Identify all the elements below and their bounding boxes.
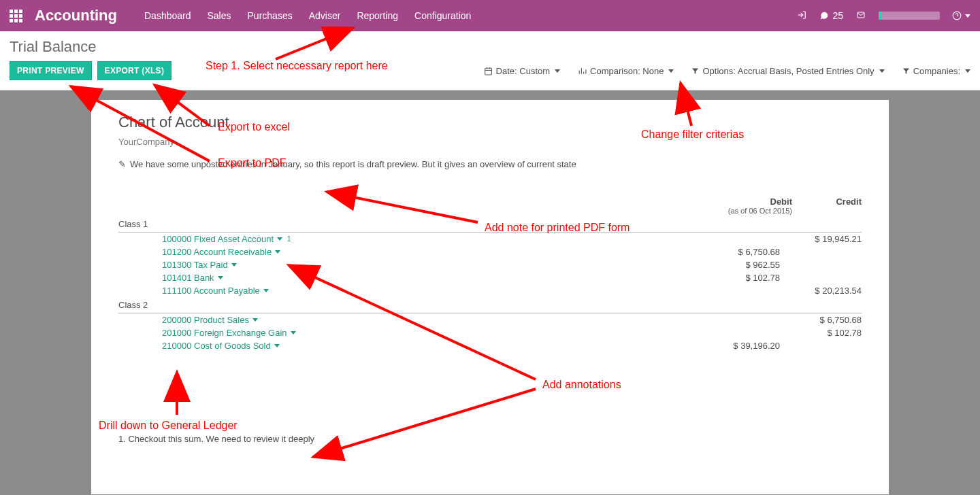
nav-sales[interactable]: Sales	[208, 10, 231, 21]
account-link[interactable]: 111100 Account Payable	[162, 286, 269, 296]
debit-value	[671, 286, 780, 296]
report-paper: Chart of Account YourCompany ✎ We have s…	[91, 100, 889, 494]
credit-value: $ 20,213.54	[780, 286, 862, 296]
debit-value	[671, 234, 780, 244]
messages-button[interactable]: 25	[819, 10, 843, 21]
svg-marker-13	[903, 68, 909, 73]
account-row: 101401 Bank $ 102.78	[118, 271, 862, 284]
messages-count: 25	[832, 10, 843, 21]
account-link[interactable]: 100000 Fixed Asset Account 1	[162, 234, 291, 244]
debit-value	[671, 315, 780, 325]
group-class-1: Class 1	[118, 216, 862, 233]
credit-value: $ 6,750.68	[780, 315, 862, 325]
nav-adviser[interactable]: Adviser	[309, 10, 341, 21]
account-link[interactable]: 101200 Account Receivable	[162, 247, 280, 257]
main-nav: Dashboard Sales Purchases Adviser Report…	[144, 10, 471, 21]
mail-icon[interactable]	[855, 10, 866, 21]
print-preview-button[interactable]: PRINT PREVIEW	[10, 61, 92, 80]
subheader: Trial Balance PRINT PREVIEW EXPORT (XLS)…	[0, 31, 980, 90]
nav-reporting[interactable]: Reporting	[357, 10, 398, 21]
account-row: 100000 Fixed Asset Account 1$ 19,945.21	[118, 233, 862, 245]
nav-configuration[interactable]: Configuration	[414, 10, 471, 21]
credit-value	[780, 260, 862, 270]
filter-options-label: Options: Accrual Basis, Posted Entries O…	[702, 66, 874, 76]
debit-value: $ 6,750.68	[671, 247, 780, 257]
chevron-down-icon	[275, 250, 280, 254]
account-row: 101200 Account Receivable $ 6,750.68	[118, 245, 862, 258]
chevron-down-icon	[231, 263, 237, 267]
debit-value: $ 102.78	[671, 273, 780, 283]
account-row: 210000 Cost of Goods Sold $ 39,196.20	[118, 339, 862, 352]
chevron-down-icon	[263, 289, 269, 292]
chevron-down-icon	[252, 318, 258, 322]
credit-value	[780, 247, 862, 257]
chevron-down-icon	[218, 276, 223, 279]
topbar-right: 25	[797, 10, 970, 22]
filter-date-label: Date: Custom	[496, 66, 550, 76]
filter-icon	[691, 67, 699, 75]
filter-companies[interactable]: Companies:	[902, 66, 970, 76]
account-link[interactable]: 101300 Tax Paid	[162, 260, 237, 270]
debit-value: $ 962.55	[671, 260, 780, 270]
annotation-marker[interactable]: 1	[287, 235, 291, 243]
credit-value: $ 19,945.21	[780, 234, 862, 244]
company-name: YourCompany	[118, 137, 862, 147]
app-brand[interactable]: Accounting	[35, 7, 117, 24]
pencil-icon: ✎	[118, 159, 126, 169]
nav-dashboard[interactable]: Dashboard	[144, 10, 191, 21]
page-title: Trial Balance	[10, 38, 970, 56]
account-row: 111100 Account Payable $ 20,213.54	[118, 284, 862, 297]
credit-header: Credit	[828, 197, 862, 215]
login-icon[interactable]	[797, 10, 806, 22]
help-icon[interactable]	[952, 11, 970, 20]
debit-value	[671, 328, 780, 338]
chevron-down-icon	[291, 331, 296, 335]
progress-bar[interactable]	[879, 12, 940, 20]
filter-options[interactable]: Options: Accrual Basis, Posted Entries O…	[691, 66, 884, 76]
report-note[interactable]: ✎ We have some unposted entries in Janua…	[118, 159, 862, 169]
debit-header: Debit (as of 06 Oct 2015)	[728, 197, 792, 215]
account-row: 200000 Product Sales $ 6,750.68	[118, 313, 862, 326]
debit-value: $ 39,196.20	[671, 341, 780, 351]
svg-marker-12	[692, 68, 698, 73]
nav-purchases[interactable]: Purchases	[248, 10, 293, 21]
account-link[interactable]: 210000 Cost of Goods Sold	[162, 341, 280, 351]
account-row: 201000 Foreign Exchange Gain $ 102.78	[118, 326, 862, 339]
account-link[interactable]: 201000 Foreign Exchange Gain	[162, 328, 296, 338]
filter-comparison-label: Comparison: None	[590, 66, 664, 76]
chevron-down-icon	[274, 344, 280, 347]
filter-comparison[interactable]: Comparison: None	[578, 66, 674, 76]
account-link[interactable]: 101401 Bank	[162, 273, 223, 283]
note-text: We have some unposted entries in January…	[130, 159, 576, 169]
credit-value: $ 102.78	[780, 328, 862, 338]
filter-companies-label: Companies:	[913, 66, 960, 76]
footnote: 1. Checkout this sum. We need to review …	[118, 434, 862, 444]
group-class-2: Class 2	[118, 297, 862, 313]
chart-icon	[578, 67, 587, 75]
credit-value	[780, 273, 862, 283]
account-row: 101300 Tax Paid $ 962.55	[118, 258, 862, 271]
chevron-down-icon	[277, 237, 282, 241]
report-title: Chart of Account	[118, 114, 862, 131]
apps-icon[interactable]	[10, 10, 22, 22]
export-xls-button[interactable]: EXPORT (XLS)	[97, 61, 172, 80]
filter-icon	[902, 67, 910, 75]
filter-date[interactable]: Date: Custom	[484, 66, 560, 76]
svg-rect-4	[485, 68, 491, 75]
credit-value	[780, 341, 862, 351]
account-link[interactable]: 200000 Product Sales	[162, 315, 258, 325]
top-navbar: Accounting Dashboard Sales Purchases Adv…	[0, 0, 980, 31]
calendar-icon	[484, 67, 493, 75]
